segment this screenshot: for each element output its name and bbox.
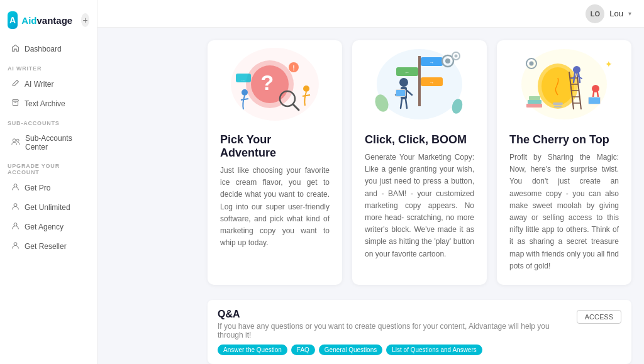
svg-rect-43 bbox=[554, 106, 562, 108]
sidebar-item-text-archive[interactable]: Text Archive bbox=[4, 94, 93, 113]
user-icon-pro bbox=[11, 183, 19, 193]
section-row-qa: Q&A If you have any questions or you wan… bbox=[208, 300, 631, 364]
svg-rect-32 bbox=[396, 90, 405, 96]
sidebar-item-ai-writer[interactable]: AI Writer bbox=[4, 75, 93, 94]
cherry-illustration: ✦ bbox=[509, 40, 619, 128]
svg-text:→: → bbox=[429, 80, 434, 85]
sidebar-item-get-pro[interactable]: Get Pro bbox=[4, 179, 93, 197]
svg-point-15 bbox=[303, 85, 309, 92]
avatar: LO bbox=[586, 4, 604, 23]
logo-text: Aidvantage bbox=[21, 15, 72, 26]
tag-qa-0[interactable]: Answer the Question bbox=[218, 345, 287, 355]
feature-card-click-desc: Generate Your Marketing Copy: Like a gen… bbox=[365, 152, 474, 260]
sidebar-item-sub-accounts[interactable]: Sub-Accounts Center bbox=[4, 130, 93, 156]
home-icon bbox=[11, 44, 19, 54]
users-icon bbox=[11, 138, 20, 148]
feature-card-click-title: Click, Click, BOOM bbox=[365, 133, 474, 146]
svg-point-52 bbox=[592, 85, 599, 92]
svg-point-4 bbox=[14, 204, 17, 207]
svg-rect-56 bbox=[528, 100, 541, 104]
feature-card-adventure: ? ... ! bbox=[208, 40, 342, 285]
feature-cards: ? ... ! bbox=[208, 40, 631, 285]
svg-point-2 bbox=[16, 139, 19, 141]
user-icon-reseller bbox=[11, 241, 19, 251]
svg-rect-54 bbox=[589, 97, 600, 104]
svg-text:?: ? bbox=[261, 70, 274, 94]
svg-text:→: → bbox=[429, 60, 434, 65]
user-icon-agency bbox=[11, 222, 19, 232]
archive-icon bbox=[11, 99, 19, 109]
sidebar-label-text-archive: Text Archive bbox=[25, 99, 65, 108]
feature-card-cherry: ✦ The Cherry on Top Profit by Sharing th… bbox=[497, 40, 631, 285]
svg-rect-0 bbox=[13, 100, 19, 101]
svg-rect-22 bbox=[418, 56, 421, 106]
access-button-qa[interactable]: ACCESS bbox=[577, 310, 621, 324]
svg-rect-57 bbox=[529, 96, 540, 100]
user-menu[interactable]: LO Lou ▾ bbox=[586, 4, 631, 23]
svg-point-34 bbox=[445, 58, 450, 63]
svg-point-13 bbox=[242, 89, 248, 96]
section-tags-qa: Answer the Question FAQ General Question… bbox=[218, 345, 564, 355]
section-info-qa: Q&A If you have any questions or you wan… bbox=[218, 309, 577, 355]
svg-point-59 bbox=[530, 62, 534, 66]
header: LO Lou ▾ bbox=[97, 0, 644, 28]
svg-rect-42 bbox=[553, 102, 563, 105]
click-illustration: → ← → bbox=[365, 40, 474, 128]
svg-point-36 bbox=[455, 55, 458, 58]
svg-point-5 bbox=[14, 223, 17, 226]
sections-list: Q&A If you have any questions or you wan… bbox=[208, 300, 631, 364]
feature-card-cherry-desc: Profit by Sharing the Magic: Now, here's… bbox=[509, 152, 619, 272]
chevron-down-icon: ▾ bbox=[628, 10, 631, 17]
sidebar: A Aidvantage + Dashboard AI WRITER AI Wr… bbox=[0, 0, 97, 364]
sidebar-label-dashboard: Dashboard bbox=[25, 45, 62, 53]
svg-text:←: ← bbox=[404, 70, 409, 75]
edit-icon bbox=[11, 79, 19, 89]
sidebar-label-get-pro: Get Pro bbox=[25, 184, 50, 192]
sidebar-add-button[interactable]: + bbox=[81, 13, 89, 27]
logo-icon: A bbox=[8, 11, 18, 29]
svg-rect-55 bbox=[526, 104, 542, 108]
tag-qa-2[interactable]: General Questions bbox=[319, 345, 382, 355]
svg-point-29 bbox=[399, 78, 408, 87]
feature-card-cherry-title: The Cherry on Top bbox=[509, 133, 619, 146]
sidebar-label-get-unlimited: Get Unlimited bbox=[25, 203, 70, 212]
sidebar-item-dashboard[interactable]: Dashboard bbox=[4, 40, 93, 58]
svg-point-6 bbox=[14, 243, 17, 246]
sidebar-label-sub-accounts: Sub-Accounts Center bbox=[25, 134, 86, 152]
sidebar-label-ai-writer: AI Writer bbox=[25, 80, 53, 89]
user-name: Lou bbox=[609, 9, 623, 18]
main-content: ? ... ! bbox=[195, 28, 644, 364]
svg-point-3 bbox=[14, 184, 17, 187]
svg-point-1 bbox=[13, 139, 16, 142]
feature-card-click: → ← → bbox=[352, 40, 487, 285]
svg-text:...: ... bbox=[242, 76, 246, 82]
adventure-illustration: ? ... ! bbox=[220, 40, 330, 128]
sidebar-item-get-reseller[interactable]: Get Reseller bbox=[4, 237, 93, 256]
svg-point-51 bbox=[573, 66, 580, 74]
tag-qa-3[interactable]: List of Questions and Answers bbox=[386, 345, 482, 355]
feature-card-adventure-desc: Just like choosing your favorite ice cre… bbox=[220, 165, 330, 249]
sidebar-item-get-agency[interactable]: Get Agency bbox=[4, 218, 93, 236]
tag-qa-1[interactable]: FAQ bbox=[291, 345, 315, 355]
user-icon-unlimited bbox=[11, 202, 19, 212]
svg-text:✦: ✦ bbox=[605, 59, 613, 69]
section-title-qa: Q&A bbox=[218, 309, 564, 320]
sidebar-section-upgrade: UPGRADE YOUR ACCOUNT bbox=[0, 157, 97, 178]
sidebar-item-get-unlimited[interactable]: Get Unlimited bbox=[4, 198, 93, 217]
sidebar-label-get-agency: Get Agency bbox=[25, 223, 64, 231]
feature-card-adventure-title: Pick Your Adventure bbox=[220, 133, 330, 160]
sidebar-label-get-reseller: Get Reseller bbox=[25, 242, 67, 251]
logo: A Aidvantage + bbox=[0, 6, 97, 39]
sidebar-section-sub-accounts: SUB-ACCOUNTS bbox=[0, 114, 97, 129]
svg-text:!: ! bbox=[292, 64, 295, 72]
sidebar-section-ai-writer: AI WRITER bbox=[0, 59, 97, 74]
section-desc-qa: If you have any questions or you want to… bbox=[218, 322, 564, 339]
